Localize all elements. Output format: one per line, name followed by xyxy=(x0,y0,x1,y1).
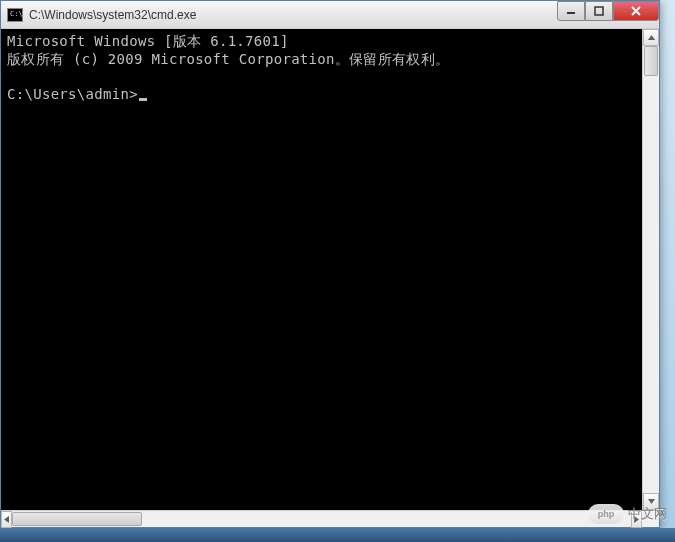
scroll-left-button[interactable] xyxy=(1,511,12,528)
svg-rect-0 xyxy=(567,12,575,14)
minimize-icon xyxy=(566,6,576,16)
maximize-button[interactable] xyxy=(585,1,613,21)
vertical-scroll-thumb[interactable] xyxy=(644,46,658,76)
console-line-copyright: 版权所有 (c) 2009 Microsoft Corporation。保留所有… xyxy=(7,51,449,67)
window-title: C:\Windows\system32\cmd.exe xyxy=(29,8,196,22)
minimize-button[interactable] xyxy=(557,1,585,21)
cmd-window: C:\ C:\Windows\system32\cmd.exe Microsof… xyxy=(0,0,660,528)
console-area: Microsoft Windows [版本 6.1.7601] 版权所有 (c)… xyxy=(1,29,659,510)
cmd-icon-text: C:\ xyxy=(10,11,23,18)
background-taskbar xyxy=(0,528,675,542)
arrow-up-icon xyxy=(647,33,656,42)
close-button[interactable] xyxy=(613,1,659,21)
titlebar[interactable]: C:\ C:\Windows\system32\cmd.exe xyxy=(1,1,659,29)
watermark-logo: php xyxy=(588,504,624,524)
watermark: php 中文网 xyxy=(588,504,667,524)
console-line-version: Microsoft Windows [版本 6.1.7601] xyxy=(7,33,289,49)
console-output[interactable]: Microsoft Windows [版本 6.1.7601] 版权所有 (c)… xyxy=(1,29,642,510)
vertical-scroll-track[interactable] xyxy=(643,46,659,493)
vertical-scrollbar[interactable] xyxy=(642,29,659,510)
svg-rect-1 xyxy=(595,7,603,15)
scroll-up-button[interactable] xyxy=(643,29,659,46)
close-icon xyxy=(630,6,642,16)
console-prompt: C:\Users\admin> xyxy=(7,86,138,102)
maximize-icon xyxy=(594,6,604,16)
arrow-left-icon xyxy=(2,515,11,524)
horizontal-scroll-track[interactable] xyxy=(12,511,631,527)
watermark-text: 中文网 xyxy=(628,505,667,523)
horizontal-scrollbar[interactable] xyxy=(1,510,659,527)
horizontal-scroll-thumb[interactable] xyxy=(12,512,142,526)
window-controls xyxy=(557,1,659,21)
cursor xyxy=(139,98,147,101)
cmd-icon: C:\ xyxy=(7,8,23,22)
